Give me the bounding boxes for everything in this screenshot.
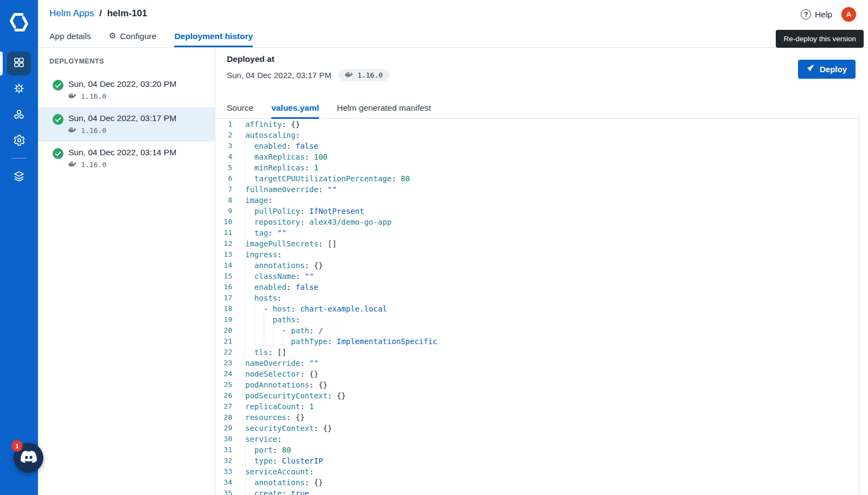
helm-wheel-icon: [12, 82, 25, 97]
sidebar-item-global-config[interactable]: [7, 129, 31, 153]
deployment-item[interactable]: Sun, 04 Dec 2022, 03:14 PM1.16.0: [38, 142, 215, 176]
active-nav-indicator: [0, 52, 3, 75]
line-number: 6: [215, 173, 232, 184]
detail-tab-helm-generated-manifest[interactable]: Helm generated manifest: [337, 103, 431, 119]
line-number: 13: [215, 249, 232, 260]
avatar[interactable]: A: [841, 7, 856, 22]
rocket-icon: [807, 65, 815, 74]
line-number: 16: [215, 282, 232, 293]
code-line: 13ingress:: [215, 249, 868, 260]
deploy-button[interactable]: Deploy: [798, 60, 856, 79]
code-line: 3 enabled: false: [215, 141, 868, 151]
code-line: 2autoscaling:: [215, 130, 868, 141]
line-number: 34: [215, 477, 232, 488]
deployments-panel: DEPLOYMENTS Sun, 04 Dec 2022, 03:20 PM1.…: [38, 48, 215, 495]
code-line: 4 maxReplicas: 100: [215, 151, 868, 162]
line-number: 22: [215, 347, 232, 358]
deployment-timestamp: Sun, 04 Dec 2022, 03:20 PM: [68, 79, 176, 89]
scrollbar-track[interactable]: [859, 115, 868, 495]
code-line: 24nodeSelector: {}: [215, 369, 868, 379]
breadcrumb: Helm Apps / helm-101: [49, 8, 147, 19]
code-line: 14 annotations: {}: [215, 260, 868, 271]
detail-tab-source[interactable]: Source: [227, 103, 253, 119]
deployment-item[interactable]: Sun, 04 Dec 2022, 03:17 PM1.16.0: [38, 107, 215, 142]
line-number: 30: [215, 434, 232, 445]
code-line: 10 repository: alex43/demo-go-app: [215, 217, 868, 227]
code-line: 34 annotations: {}: [215, 477, 868, 488]
app-tabs: App details⚙ConfigureDeployment history: [49, 27, 253, 47]
notification-badge: 1: [11, 440, 23, 452]
line-number: 4: [215, 151, 232, 162]
line-number: 21: [215, 336, 232, 347]
code-line: 5 minReplicas: 1: [215, 162, 868, 173]
detail-tabs: Sourcevalues.yamlHelm generated manifest: [215, 99, 868, 119]
deployment-item-body: Sun, 04 Dec 2022, 03:17 PM1.16.0: [68, 113, 176, 135]
line-number: 14: [215, 260, 232, 271]
help-question-icon: ?: [801, 9, 811, 20]
deployment-version-row: 1.16.0: [68, 161, 176, 169]
code-line: 1affinity: {}: [215, 119, 868, 130]
line-number: 32: [215, 455, 232, 466]
code-line: 15 className: "": [215, 271, 868, 282]
sidebar-item-clusters[interactable]: [7, 104, 31, 128]
help-label: Help: [815, 10, 832, 20]
sidebar-item-applications[interactable]: [7, 52, 31, 75]
deployment-version: 1.16.0: [81, 92, 106, 100]
code-line: 22 tls: []: [215, 347, 868, 358]
code-line: 27replicaCount: 1: [215, 401, 868, 412]
line-number: 7: [215, 184, 232, 195]
code-line: 26podSecurityContext: {}: [215, 390, 868, 401]
code-line: 7fullnameOverride: "": [215, 184, 868, 195]
line-number: 10: [215, 217, 232, 227]
line-number: 23: [215, 358, 232, 369]
deployment-detail: Deployed at Sun, 04 Dec 2022, 03:17 PM: [215, 48, 868, 495]
clusters-icon: [12, 108, 25, 123]
discord-chat-button[interactable]: 1: [14, 443, 43, 473]
code-line: 8image:: [215, 195, 868, 206]
deployments-panel-title: DEPLOYMENTS: [49, 58, 215, 65]
tab-deployment-history[interactable]: Deployment history: [174, 27, 253, 47]
code-line: 25podAnnotations: {}: [215, 379, 868, 390]
redeploy-tooltip: Re-deploy this version: [776, 30, 864, 48]
line-number: 29: [215, 423, 232, 434]
apps-grid-icon: [13, 56, 25, 71]
sidebar-item-helm[interactable]: [7, 78, 31, 101]
deployment-version-row: 1.16.0: [68, 92, 176, 100]
image-version-badge: 1.16.0: [339, 69, 390, 81]
stack-icon: [12, 170, 25, 185]
tab-app-details[interactable]: App details: [49, 27, 91, 47]
line-number: 15: [215, 271, 232, 282]
line-number: 1: [215, 119, 232, 130]
line-number: 26: [215, 390, 232, 401]
yaml-code-viewer[interactable]: 1affinity: {}2autoscaling:3 enabled: fal…: [215, 119, 868, 495]
tab-label: App details: [49, 31, 91, 41]
docker-icon: [68, 126, 76, 135]
deployment-version-row: 1.16.0: [68, 126, 176, 135]
deployment-item[interactable]: Sun, 04 Dec 2022, 03:20 PM1.16.0: [38, 73, 215, 107]
tab-configure[interactable]: ⚙Configure: [109, 27, 157, 47]
code-line: 6 targetCPUUtilizationPercentage: 80: [215, 173, 868, 184]
deployment-version: 1.16.0: [81, 161, 106, 169]
success-check-icon: [53, 114, 63, 125]
line-number: 33: [215, 466, 232, 477]
discord-icon: [21, 450, 37, 465]
deployment-item-body: Sun, 04 Dec 2022, 03:14 PM1.16.0: [68, 148, 176, 169]
breadcrumb-parent-link[interactable]: Helm Apps: [49, 8, 94, 18]
code-line: 11 tag: "": [215, 227, 868, 238]
code-line: 23nameOverride: "": [215, 358, 868, 369]
app-window: 1 Helm Apps / helm-101 App details⚙Confi…: [0, 0, 868, 495]
line-number: 31: [215, 445, 232, 455]
code-line: 35 create: true: [215, 488, 868, 495]
breadcrumb-separator: /: [99, 8, 102, 18]
gear-icon: ⚙: [109, 32, 116, 40]
devtron-logo-icon[interactable]: [8, 11, 30, 34]
deployed-at-timestamp: Sun, 04 Dec 2022, 03:17 PM: [227, 71, 331, 80]
help-button[interactable]: ? Help: [801, 9, 832, 20]
detail-tab-values-yaml[interactable]: values.yaml: [271, 103, 319, 119]
sidebar-item-stack-manager[interactable]: [7, 166, 31, 189]
line-number: 18: [215, 303, 232, 314]
line-number: 20: [215, 325, 232, 336]
line-number: 8: [215, 195, 232, 206]
code-line: 12imagePullSecrets: []: [215, 238, 868, 249]
line-number: 24: [215, 369, 232, 379]
